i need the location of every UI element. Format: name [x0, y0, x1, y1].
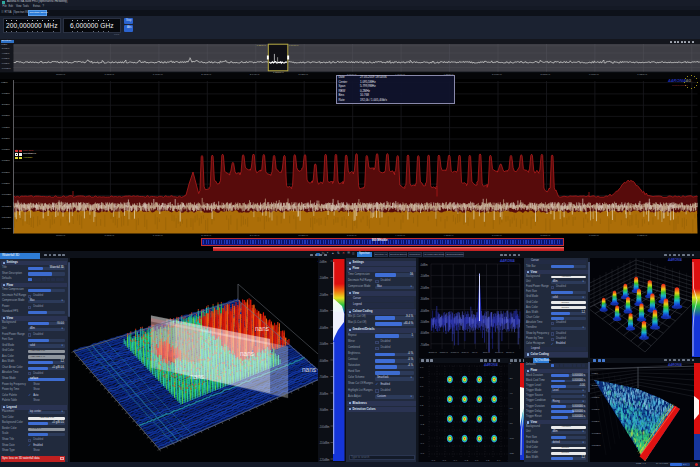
svg-text:-110dBm: -110dBm: [319, 441, 329, 445]
svg-text:-20dBm: -20dBm: [591, 384, 599, 387]
svg-text:0kHz: 0kHz: [472, 351, 478, 354]
svg-text:-200kHz: -200kHz: [428, 351, 438, 354]
svg-text:-30dBm: -30dBm: [319, 309, 328, 313]
svg-text:-60dBm: -60dBm: [420, 331, 429, 335]
svg-text:-0.4: -0.4: [420, 433, 425, 436]
svg-text:-80dBm: -80dBm: [591, 420, 599, 423]
svg-text:-0.6: -0.6: [420, 442, 425, 445]
svg-text:-100: -100: [509, 437, 514, 440]
svg-text:-0dBm: -0dBm: [420, 263, 428, 267]
svg-text:-90dBm: -90dBm: [319, 408, 328, 412]
svg-text:-100kHz: -100kHz: [450, 351, 460, 354]
svg-text:-10dBm: -10dBm: [420, 274, 429, 278]
svg-text:nans: nans: [190, 373, 205, 380]
svg-text:-50dBm: -50dBm: [319, 342, 328, 346]
svg-text:-30dBm: -30dBm: [420, 297, 429, 301]
svg-text:-60dBm: -60dBm: [591, 408, 599, 411]
svg-text:-40dBm: -40dBm: [591, 396, 599, 399]
svg-text:50kHz: 50kHz: [483, 351, 491, 354]
svg-text:-0.2: -0.2: [420, 423, 425, 426]
svg-text:-50kHz: -50kHz: [461, 351, 469, 354]
svg-text:-40dBm: -40dBm: [319, 325, 328, 329]
svg-text:-100dBm: -100dBm: [319, 424, 330, 428]
svg-text:-20dBm: -20dBm: [420, 285, 429, 289]
svg-text:-70dBm: -70dBm: [319, 375, 328, 379]
svg-text:-100dBm: -100dBm: [591, 432, 601, 435]
svg-text:-70dBm: -70dBm: [420, 342, 429, 346]
svg-text:-60dBm: -60dBm: [319, 358, 328, 362]
svg-text:-20dBm: -20dBm: [319, 292, 328, 296]
svg-text:nans: nans: [240, 350, 255, 357]
svg-text:-0dBm: -0dBm: [319, 259, 327, 263]
svg-text:-80dBm: -80dBm: [319, 391, 328, 395]
svg-text:-10dBm: -10dBm: [319, 276, 328, 280]
svg-text:-50dBm: -50dBm: [420, 320, 429, 324]
svg-text:-120dBm: -120dBm: [319, 457, 330, 461]
svg-text:-120dBm: -120dBm: [591, 444, 601, 447]
svg-text:100kHz: 100kHz: [495, 351, 504, 354]
svg-text:150kHz: 150kHz: [506, 351, 515, 354]
svg-text:-120: -120: [509, 452, 514, 455]
svg-text:-0.8: -0.8: [420, 452, 425, 455]
svg-text:-40dBm: -40dBm: [420, 308, 429, 312]
svg-text:-0dBm: -0dBm: [591, 372, 598, 375]
svg-text:-150kHz: -150kHz: [439, 351, 449, 354]
